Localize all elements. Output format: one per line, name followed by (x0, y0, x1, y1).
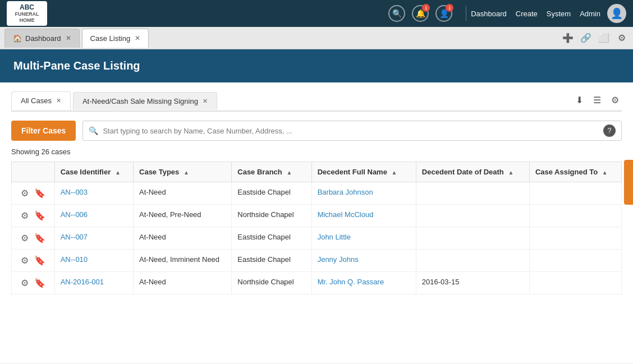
types-sort-icon[interactable]: ▲ (184, 169, 189, 176)
row-bookmark-icon[interactable]: 🔖 (34, 210, 45, 221)
case-identifier-link[interactable]: AN--003 (61, 188, 88, 196)
decedent-name-link[interactable]: Michael McCloud (318, 210, 374, 219)
user-circle-icon-btn[interactable]: 👤 1 (435, 5, 452, 22)
decedent-name-link[interactable]: Jenny Johns (318, 255, 359, 264)
top-nav: ABC FUNERAL HOME 🔍 🔔 1 👤 1 Dashboard Cre… (0, 0, 633, 27)
user-badge: 1 (446, 4, 453, 12)
case-branch-text: Eastside Chapel (237, 188, 291, 196)
settings-icon[interactable]: ⚙ (615, 31, 629, 45)
tabs-bar: 🏠 Dashboard ✕ Case Listing ✕ ➕ 🔗 ⬜ ⚙ (0, 27, 633, 49)
row-bookmark-icon[interactable]: 🔖 (34, 233, 45, 243)
search-help-icon[interactable]: ? (603, 125, 616, 137)
case-types-text: At-Need, Pre-Need (139, 210, 201, 219)
cell-identifier: AN--003 (54, 182, 133, 205)
link-icon[interactable]: 🔗 (579, 31, 593, 45)
decedent-name-link[interactable]: Barbara Johnson (318, 188, 373, 196)
col-header-identifier-label: Case Identifier (61, 168, 111, 176)
row-actions-cell: ⚙ 🔖 (12, 227, 55, 250)
cases-table: Case Identifier ▲ Case Types ▲ Case Bran… (11, 162, 622, 294)
table-row: ⚙ 🔖 AN--007 At-Need Eastside Chapel John… (12, 227, 622, 250)
row-actions-cell: ⚙ 🔖 (12, 272, 55, 294)
identifier-sort-icon[interactable]: ▲ (115, 169, 121, 176)
row-gear-icon[interactable]: ⚙ (21, 278, 29, 288)
inner-tab-all-cases-label: All Cases (21, 96, 52, 105)
cell-identifier: AN--006 (54, 205, 133, 227)
decedent-name-link[interactable]: Mr. John Q. Passare (318, 278, 384, 286)
cell-identifier: AN-2016-001 (54, 272, 133, 294)
col-header-assigned[interactable]: Case Assigned To ▲ (529, 162, 621, 182)
cell-types: At-Need, Imminent Need (134, 250, 232, 272)
row-bookmark-icon[interactable]: 🔖 (34, 255, 45, 266)
main-content: All Cases ✕ At-Need/Cash Sale Missing Si… (0, 82, 633, 363)
col-header-branch[interactable]: Case Branch ▲ (232, 162, 311, 182)
add-pane-icon[interactable]: ➕ (561, 31, 575, 45)
cell-assigned (529, 205, 621, 227)
cell-types: At-Need (134, 272, 232, 294)
case-branch-text: Northside Chapel (237, 278, 293, 286)
row-bookmark-icon[interactable]: 🔖 (34, 278, 45, 288)
cell-dod (416, 227, 529, 250)
window-icon[interactable]: ⬜ (597, 31, 611, 45)
row-gear-icon[interactable]: ⚙ (21, 233, 29, 243)
row-gear-icon[interactable]: ⚙ (21, 188, 29, 199)
download-icon[interactable]: ⬇ (572, 93, 586, 107)
cell-decedent: Barbara Johnson (311, 182, 416, 205)
tab-dashboard-close[interactable]: ✕ (66, 34, 71, 42)
search-input[interactable] (103, 127, 599, 135)
cell-branch: Eastside Chapel (232, 227, 311, 250)
nav-link-create[interactable]: Create (516, 10, 538, 18)
row-gear-icon[interactable]: ⚙ (21, 255, 29, 266)
inner-tab-missing-signing[interactable]: At-Need/Cash Sale Missing Signing ✕ (73, 92, 217, 110)
case-identifier-link[interactable]: AN--007 (61, 233, 88, 241)
tab-case-listing-close[interactable]: ✕ (135, 34, 140, 42)
col-header-decedent-label: Decedent Full Name (318, 168, 387, 176)
tab-case-listing[interactable]: Case Listing ✕ (82, 29, 149, 48)
col-header-decedent[interactable]: Decedent Full Name ▲ (311, 162, 416, 182)
nav-link-dashboard[interactable]: Dashboard (471, 10, 507, 18)
cases-tbody: ⚙ 🔖 AN--003 At-Need Eastside Chapel Barb… (12, 182, 622, 294)
table-row: ⚙ 🔖 AN-2016-001 At-Need Northside Chapel… (12, 272, 622, 294)
assigned-sort-icon[interactable]: ▲ (602, 169, 608, 176)
col-header-types[interactable]: Case Types ▲ (134, 162, 232, 182)
decedent-sort-icon[interactable]: ▲ (392, 169, 397, 176)
cell-branch: Eastside Chapel (232, 250, 311, 272)
nav-divider (466, 6, 466, 21)
col-header-identifier[interactable]: Case Identifier ▲ (54, 162, 133, 182)
avatar[interactable]: 👤 (607, 4, 626, 23)
bell-badge: 1 (422, 4, 430, 12)
case-types-text: At-Need (139, 188, 166, 196)
inner-settings-icon[interactable]: ⚙ (608, 93, 622, 107)
inner-tab-missing-signing-label: At-Need/Cash Sale Missing Signing (82, 97, 198, 105)
branch-sort-icon[interactable]: ▲ (286, 169, 292, 176)
bell-icon-btn[interactable]: 🔔 1 (412, 5, 429, 22)
cases-table-container[interactable]: Case Identifier ▲ Case Types ▲ Case Bran… (11, 162, 622, 294)
cell-assigned (529, 272, 621, 294)
table-header: Case Identifier ▲ Case Types ▲ Case Bran… (12, 162, 622, 182)
cell-branch: Northside Chapel (232, 205, 311, 227)
col-header-dod[interactable]: Decedent Date of Death ▲ (416, 162, 529, 182)
case-identifier-link[interactable]: AN-2016-001 (61, 278, 104, 286)
dod-sort-icon[interactable]: ▲ (508, 169, 513, 176)
decedent-name-link[interactable]: John Little (318, 233, 351, 241)
case-identifier-link[interactable]: AN--010 (61, 255, 88, 264)
inner-tabs: All Cases ✕ At-Need/Cash Sale Missing Si… (11, 91, 622, 112)
nav-link-system[interactable]: System (547, 10, 571, 18)
search-icon-btn[interactable]: 🔍 (388, 5, 405, 22)
inner-tab-all-cases-close[interactable]: ✕ (56, 97, 61, 104)
case-identifier-link[interactable]: AN--006 (61, 210, 88, 219)
filter-cases-button[interactable]: Filter Cases (11, 121, 76, 141)
nav-link-admin[interactable]: Admin (580, 10, 600, 18)
orange-side-tab[interactable] (624, 160, 633, 205)
tab-dashboard[interactable]: 🏠 Dashboard ✕ (4, 29, 80, 48)
tab-dashboard-label: Dashboard (25, 34, 61, 43)
row-bookmark-icon[interactable]: 🔖 (34, 188, 45, 199)
cell-dod (416, 182, 529, 205)
row-gear-icon[interactable]: ⚙ (21, 210, 29, 221)
case-branch-text: Eastside Chapel (237, 255, 291, 264)
page-title: Multi-Pane Case Listing (13, 59, 140, 72)
columns-icon[interactable]: ☰ (590, 93, 604, 107)
inner-tab-missing-signing-close[interactable]: ✕ (203, 98, 208, 105)
logo-line2: FUNERAL HOME (11, 11, 43, 24)
inner-tab-all-cases[interactable]: All Cases ✕ (11, 91, 71, 110)
cell-decedent: Michael McCloud (311, 205, 416, 227)
